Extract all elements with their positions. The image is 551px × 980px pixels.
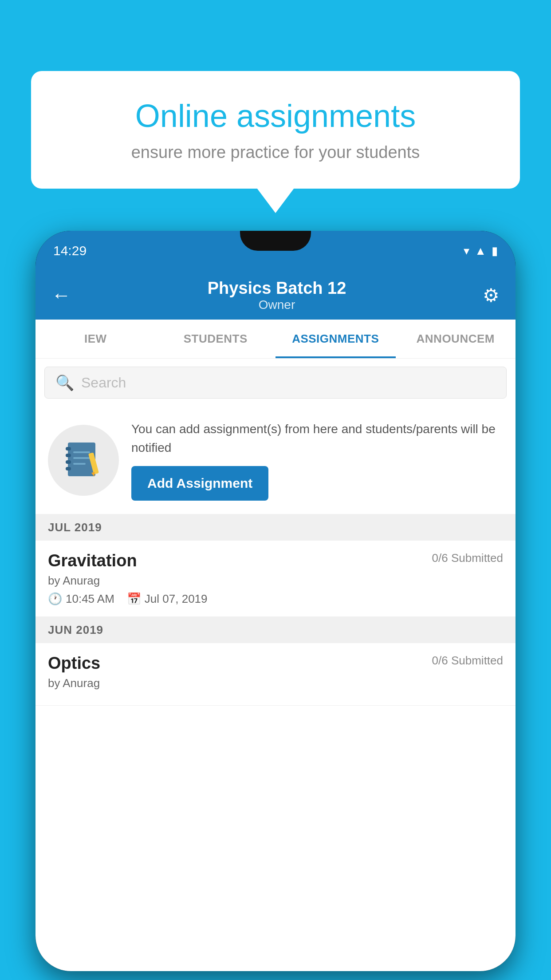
notebook-icon (63, 440, 103, 480)
svg-rect-2 (66, 454, 71, 457)
promo-icon-circle (48, 425, 119, 496)
app-bar-center: Physics Batch 12 Owner (208, 279, 346, 312)
settings-icon[interactable]: ⚙ (483, 285, 500, 306)
speech-bubble: Online assignments ensure more practice … (31, 71, 520, 189)
search-bar-container: 🔍 Search (35, 359, 516, 407)
status-icons: ▾ ▲ ▮ (464, 244, 498, 258)
wifi-icon: ▾ (464, 244, 469, 258)
meta-time: 🕐 10:45 AM (48, 592, 114, 606)
promo-card: You can add assignment(s) from here and … (35, 407, 516, 514)
battery-icon: ▮ (492, 244, 498, 258)
search-placeholder: Search (81, 375, 126, 391)
bubble-title: Online assignments (62, 98, 489, 134)
tab-iew[interactable]: IEW (35, 320, 156, 358)
meta-date: 📅 Jul 07, 2019 (127, 592, 208, 606)
svg-rect-7 (73, 463, 86, 465)
status-time: 14:29 (53, 243, 87, 258)
app-bar-subtitle: Owner (208, 298, 346, 312)
tab-announcements[interactable]: ANNOUNCEM (396, 320, 516, 358)
promo-text: You can add assignment(s) from here and … (131, 420, 503, 457)
assignment-date: Jul 07, 2019 (145, 592, 208, 606)
phone-notch (240, 231, 311, 251)
assignment-item-optics[interactable]: Optics 0/6 Submitted by Anurag (35, 643, 516, 706)
bubble-subtitle: ensure more practice for your students (62, 143, 489, 162)
calendar-icon: 📅 (127, 592, 141, 606)
phone-content: 🔍 Search (35, 359, 516, 971)
svg-rect-1 (66, 447, 71, 450)
promo-text-area: You can add assignment(s) from here and … (131, 420, 503, 501)
assignment-by: by Anurag (48, 574, 503, 588)
svg-rect-5 (73, 451, 90, 453)
app-bar: ← Physics Batch 12 Owner ⚙ (35, 271, 516, 320)
tab-assignments[interactable]: ASSIGNMENTS (276, 320, 396, 358)
assignment-meta: 🕐 10:45 AM 📅 Jul 07, 2019 (48, 592, 503, 606)
svg-rect-3 (66, 460, 71, 464)
svg-rect-6 (73, 457, 90, 459)
assignment-name: Gravitation (48, 551, 137, 570)
assignment-time: 10:45 AM (66, 592, 114, 606)
tab-bar: IEW STUDENTS ASSIGNMENTS ANNOUNCEM (35, 320, 516, 359)
assignment-item-gravitation[interactable]: Gravitation 0/6 Submitted by Anurag 🕐 10… (35, 541, 516, 617)
assignment-submitted: 0/6 Submitted (432, 551, 503, 565)
status-bar: 14:29 ▾ ▲ ▮ (35, 231, 516, 271)
assignment-by-optics: by Anurag (48, 676, 503, 690)
tab-students[interactable]: STUDENTS (156, 320, 276, 358)
section-header-jun: JUN 2019 (35, 617, 516, 643)
signal-icon: ▲ (475, 244, 486, 258)
clock-icon: 🕐 (48, 592, 62, 606)
assignment-submitted-optics: 0/6 Submitted (432, 654, 503, 668)
phone-frame: 14:29 ▾ ▲ ▮ ← Physics Batch 12 Owner ⚙ I… (35, 231, 516, 971)
search-icon: 🔍 (55, 374, 74, 391)
search-bar[interactable]: 🔍 Search (44, 367, 507, 399)
svg-rect-4 (66, 467, 71, 470)
add-assignment-button[interactable]: Add Assignment (131, 466, 268, 501)
assignment-top-row: Gravitation 0/6 Submitted (48, 551, 503, 570)
app-bar-title: Physics Batch 12 (208, 279, 346, 298)
assignment-top-row-optics: Optics 0/6 Submitted (48, 654, 503, 673)
phone-inner: 14:29 ▾ ▲ ▮ ← Physics Batch 12 Owner ⚙ I… (35, 231, 516, 971)
section-header-jul: JUL 2019 (35, 514, 516, 541)
assignment-name-optics: Optics (48, 654, 100, 673)
back-button[interactable]: ← (51, 284, 71, 306)
